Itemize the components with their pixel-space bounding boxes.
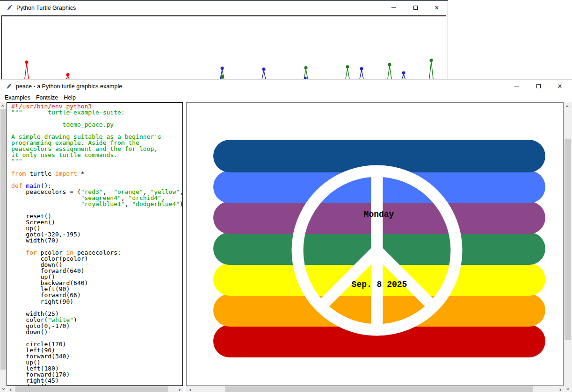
code-line: right(90) [11,299,182,305]
menu-fontsize[interactable]: Fontsize [36,94,58,101]
canvas-vscrollbar[interactable]: ‹ ‹ [564,102,572,392]
turtle-figure [25,64,29,80]
code-line: """ [11,158,182,164]
code-editor[interactable]: #!/usr/bin/env python3""" turtle-example… [7,102,183,386]
chevron-right-icon: › [559,386,561,392]
canvas-vscroll-thumb[interactable] [565,139,571,340]
front-close-button[interactable]: × [549,79,571,93]
canvas-text-label-0: Monday [364,210,394,219]
turtle-figure [388,66,392,80]
chevron-left-icon: ‹ [9,386,12,392]
canvas-hscroll-right-button[interactable]: › [557,386,564,392]
code-hscroll-right-button[interactable]: › [176,386,183,392]
back-canvas-svg [2,16,446,80]
back-maximize-button[interactable] [405,1,426,14]
turtle-figure-head [360,67,363,71]
turtle-figure [360,70,364,80]
turtle-figure-head [66,73,70,77]
code-line: it only uses turtle commands. [11,152,182,158]
back-window-controls: × [383,1,448,14]
code-vscroll-down-button[interactable]: ‹ [0,385,7,392]
front-window-title: peace - a Python turtle graphics example [16,83,122,90]
canvas-hscroll-thumb[interactable] [225,386,533,392]
turtle-figure [346,68,350,80]
turtle-figure-head [346,65,349,69]
canvas-hscroll-left-button[interactable]: ‹ [187,386,194,392]
code-vscroll-up-button[interactable]: ‹ [0,102,7,109]
back-close-button[interactable]: × [426,1,448,14]
code-vscroll-thumb[interactable] [0,109,6,370]
menu-help[interactable]: Help [64,94,76,101]
back-window: Python Turtle Graphics × [0,0,448,79]
minimize-icon [514,86,519,86]
menu-examples[interactable]: Examples [5,94,30,101]
turtle-graphics-canvas[interactable] [1,15,446,80]
back-window-title: Python Turtle Graphics [16,5,76,11]
chevron-up-icon: ‹ [0,105,6,107]
front-window: peace - a Python turtle graphics example… [0,79,572,392]
turtle-figure-head [221,67,224,70]
back-titlebar[interactable]: Python Turtle Graphics × [0,1,448,14]
code-line: width(70) [11,237,182,243]
code-line: "royalblue1", "dodgerblue4") [11,201,182,207]
code-line: down() [11,329,182,335]
close-icon: × [558,83,562,90]
maximize-icon [536,84,541,88]
turtle-figure [429,62,434,80]
code-vscrollbar[interactable]: ‹ ‹ [0,102,7,392]
turtle-figure-head [402,71,405,75]
turtle-figure-head [221,75,224,78]
chevron-down-icon: ‹ [0,388,6,390]
front-window-controls: × [506,79,571,93]
feather-icon [6,83,13,90]
canvas-text-label-1: Sep. 8 2025 [352,280,407,289]
chevron-left-icon: ‹ [565,388,571,390]
front-titlebar[interactable]: peace - a Python turtle graphics example… [0,79,572,93]
canvas-vscroll-up-button[interactable]: ‹ [564,102,572,110]
turtle-figure-head [388,63,391,66]
code-lines: #!/usr/bin/env python3""" turtle-example… [11,103,182,386]
chevron-up-icon: ‹ [565,105,571,107]
turtle-figure-head [430,59,433,62]
chevron-right-icon: › [178,386,181,392]
turtle-figure [262,71,266,80]
turtle-figure-head [304,66,308,70]
feather-icon [6,4,13,11]
code-hscroll-thumb[interactable] [15,386,168,392]
turtle-figure-head [25,61,29,64]
canvas-vscroll-down-button[interactable]: ‹ [564,385,572,392]
code-line: """ turtle-example-suite: [11,109,182,115]
close-icon: × [434,4,439,12]
code-line: tdemo_peace.py [11,121,182,128]
peace-canvas-svg: MondaySep. 8 2025 [187,103,563,385]
code-line: from turtle import * [11,171,182,177]
minimize-icon [391,7,396,8]
code-hscrollbar[interactable]: ‹ › [7,386,183,392]
peace-drawing-canvas[interactable]: MondaySep. 8 2025 [186,102,564,386]
maximize-icon [413,6,418,10]
chevron-left-icon: ‹ [189,386,191,392]
turtle-figure-head [262,68,266,71]
front-maximize-button[interactable] [528,79,549,93]
code-hscroll-left-button[interactable]: ‹ [7,386,14,392]
front-minimize-button[interactable] [506,79,528,93]
back-minimize-button[interactable] [383,1,405,14]
canvas-hscrollbar[interactable]: ‹ › [186,386,564,392]
menubar: Examples Fontsize Help [0,93,572,102]
